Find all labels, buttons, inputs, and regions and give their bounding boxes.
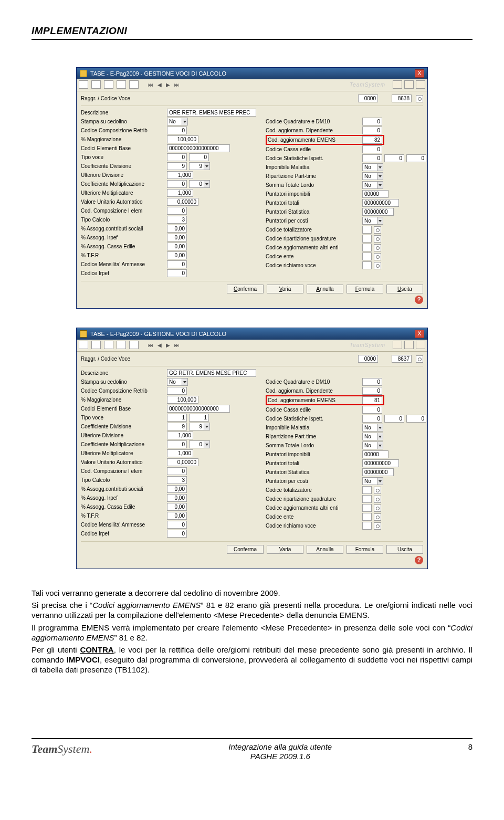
help-icon[interactable]: ? (415, 296, 423, 304)
field-stampa-cedolino[interactable]: No (167, 118, 188, 125)
close-icon[interactable]: X (415, 330, 424, 338)
field-cod-totalizz[interactable] (362, 226, 372, 234)
field-ult-div[interactable]: 1,000 (167, 171, 193, 179)
field-assogg-cassa[interactable]: 0,00 (167, 243, 187, 250)
field-assogg-contr[interactable]: 0,00 (167, 225, 187, 233)
annulla-button[interactable]: Annulla (307, 285, 343, 293)
lookup-icon[interactable] (374, 244, 381, 251)
field-assogg-cassa[interactable]: 0,00 (167, 503, 187, 511)
lookup-icon[interactable] (374, 522, 381, 530)
field-raggr[interactable]: 0000 (358, 94, 378, 102)
nav-first-icon[interactable]: ⏮ (148, 342, 153, 348)
nav-next-icon[interactable]: ▶ (166, 342, 170, 348)
field-tipo-calcolo[interactable]: 3 (167, 216, 187, 224)
field-stat-3[interactable]: 0 (406, 415, 426, 423)
field-cod-rip-quad[interactable] (362, 235, 372, 243)
field-cod-ente[interactable] (362, 513, 372, 521)
field-cod-richiamo[interactable] (362, 522, 372, 530)
field-coeff-mol-2[interactable]: 0 (189, 180, 210, 188)
field-stat-1[interactable]: 0 (362, 415, 382, 423)
field-coeff-div-2[interactable]: 9 (189, 423, 210, 430)
lookup-icon[interactable] (416, 95, 423, 102)
field-maggiorazione[interactable]: 100,000 (167, 396, 198, 404)
formula-button[interactable]: Formula (346, 285, 383, 293)
field-cod-agg-enti[interactable] (362, 244, 372, 251)
lookup-icon[interactable] (374, 496, 381, 503)
field-cod-agg-enti[interactable] (362, 504, 372, 512)
field-cod-irpef[interactable]: 0 (167, 269, 187, 277)
field-cod-cassa-edile[interactable]: 0 (362, 145, 382, 153)
field-ult-div[interactable]: 1,000 (167, 432, 193, 439)
lookup-icon[interactable] (374, 253, 381, 260)
field-assogg-irpef[interactable]: 0,00 (167, 234, 187, 241)
field-cod-comp-retrib[interactable]: 0 (167, 387, 187, 395)
field-punt-stat[interactable]: 00000000 (362, 208, 394, 216)
lookup-icon[interactable] (374, 262, 381, 269)
field-val-unit[interactable]: 0,00000 (167, 198, 198, 206)
field-somma-lordo[interactable]: No (362, 181, 383, 189)
tool-print-icon[interactable] (117, 341, 126, 349)
tool-search-icon[interactable] (129, 341, 139, 349)
nav-next-icon[interactable]: ▶ (166, 82, 170, 88)
nav-first-icon[interactable]: ⏮ (148, 82, 153, 88)
field-cod-richiamo[interactable] (362, 261, 372, 269)
field-coeff-div-1[interactable]: 9 (167, 423, 187, 430)
tool-new-icon[interactable] (79, 80, 88, 89)
field-rip-parttime[interactable]: No (362, 433, 383, 440)
field-coeff-mol-1[interactable]: 0 (167, 180, 187, 188)
field-coeff-div-2[interactable]: 9 (189, 162, 210, 170)
field-stampa-cedolino[interactable]: No (167, 378, 188, 386)
field-tfr[interactable]: 0,00 (167, 512, 187, 520)
field-cod-quad-dm10[interactable]: 0 (362, 118, 382, 125)
field-punt-tot[interactable]: 000000000 (362, 199, 399, 207)
field-cod-agg-dip[interactable]: 0 (362, 127, 382, 134)
nav-last-icon[interactable]: ⏭ (174, 82, 180, 88)
varia-button[interactable]: Varia (267, 545, 303, 554)
tool-open-icon[interactable] (91, 80, 101, 89)
field-imp-malattia[interactable]: No (362, 163, 383, 171)
field-punt-costi[interactable]: No (362, 477, 383, 485)
field-stat-1[interactable]: 0 (362, 154, 382, 162)
tool-save-icon[interactable] (104, 80, 113, 89)
field-tipo-voce-2[interactable]: 1 (189, 414, 209, 422)
tool-new-icon[interactable] (79, 341, 88, 349)
field-ult-mol[interactable]: 1,000 (167, 189, 193, 197)
field-cod-agg-emens[interactable]: 82 (362, 136, 382, 144)
field-rip-parttime[interactable]: No (362, 172, 383, 180)
nav-last-icon[interactable]: ⏭ (174, 342, 180, 348)
formula-button[interactable]: Formula (346, 545, 383, 554)
field-cod-agg-dip[interactable]: 0 (362, 387, 382, 395)
varia-button[interactable]: Varia (267, 285, 303, 293)
field-imp-malattia[interactable]: No (362, 424, 383, 432)
nav-prev-icon[interactable]: ◀ (158, 82, 162, 88)
tool-right-1-icon[interactable] (393, 341, 402, 349)
lookup-icon[interactable] (374, 235, 381, 243)
field-punt-imp[interactable]: 00000 (362, 450, 388, 458)
field-cod-rip-quad[interactable] (362, 495, 372, 503)
conferma-button[interactable]: Conferma (227, 285, 264, 293)
field-tipo-voce-1[interactable]: 1 (167, 414, 187, 422)
field-stat-2[interactable]: 0 (384, 415, 404, 423)
field-cod-ente[interactable] (362, 253, 372, 260)
field-tipo-voce-2[interactable]: 0 (189, 153, 209, 161)
field-coeff-mol-1[interactable]: 0 (167, 440, 187, 448)
field-cod-irpef[interactable]: 0 (167, 530, 187, 538)
field-cod-quad-dm10[interactable]: 0 (362, 378, 382, 386)
field-punt-imp[interactable]: 00000 (362, 190, 388, 198)
lookup-icon[interactable] (374, 226, 381, 234)
nav-prev-icon[interactable]: ◀ (158, 342, 162, 348)
field-val-unit[interactable]: 0,00000 (167, 458, 198, 466)
field-stat-2[interactable]: 0 (384, 154, 404, 162)
field-tfr[interactable]: 0,00 (167, 251, 187, 259)
tool-right-3-icon[interactable] (416, 80, 425, 89)
field-coeff-mol-2[interactable]: 0 (189, 440, 210, 448)
tool-right-2-icon[interactable] (404, 80, 414, 89)
field-raggr[interactable]: 0000 (358, 355, 378, 363)
field-assogg-contr[interactable]: 0,00 (167, 485, 187, 493)
tool-right-3-icon[interactable] (416, 341, 425, 349)
field-descrizione[interactable]: ORE RETR. EMENS MESE PREC (167, 109, 256, 117)
field-codice-voce[interactable]: 8637 (392, 355, 412, 363)
annulla-button[interactable]: Annulla (307, 545, 343, 554)
tool-print-icon[interactable] (117, 80, 126, 89)
field-maggiorazione[interactable]: 100,000 (167, 135, 198, 143)
